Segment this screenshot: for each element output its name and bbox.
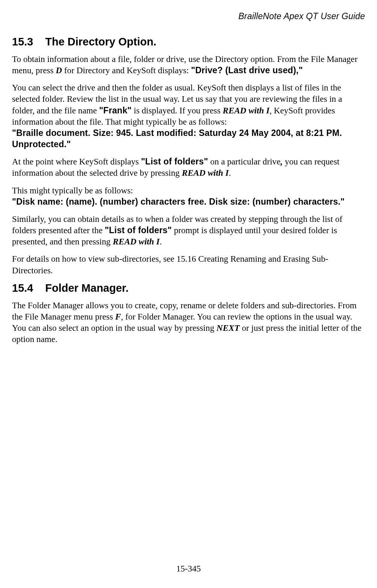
keysoft-output: "List of folders" (141, 157, 208, 166)
keysoft-output: "Drive? (Last drive used)," (191, 65, 303, 75)
para-15-3-5: Similarly, you can obtain details as to … (12, 213, 365, 247)
page: BrailleNote Apex QT User Guide 15.3The D… (0, 0, 377, 588)
page-number: 15-345 (0, 564, 377, 574)
heading-title: The Directory Option. (45, 36, 156, 48)
text: . (229, 168, 231, 178)
key-D: D (56, 65, 62, 75)
heading-title: Folder Manager. (45, 282, 128, 294)
keysoft-output: "List of folders" (105, 225, 172, 235)
heading-15-3: 15.3The Directory Option. (12, 36, 365, 48)
text: This might typically be as follows: (12, 185, 133, 195)
para-15-4-1: The Folder Manager allows you to create,… (12, 300, 365, 345)
para-15-3-1: To obtain information about a file, fold… (12, 53, 365, 76)
key-F: F (115, 312, 121, 321)
text: on a particular drive (208, 157, 281, 166)
para-15-3-4: This might typically be as follows: "Dis… (12, 185, 365, 207)
text: is displayed. If you press (132, 106, 223, 115)
para-15-3-2: You can select the drive and then the fo… (12, 82, 365, 150)
heading-number: 15.3 (12, 36, 33, 48)
keysoft-output-block: "Disk name: (name). (number) characters … (12, 197, 345, 207)
running-header: BrailleNote Apex QT User Guide (12, 11, 365, 21)
key-read-with-i: READ with I (113, 237, 160, 246)
text: At the point where KeySoft displays (12, 157, 141, 166)
keysoft-output-block: "Braille document. Size: 945. Last modif… (12, 128, 342, 149)
para-15-3-3: At the point where KeySoft displays "Lis… (12, 156, 365, 178)
key-read-with-i: READ with I (182, 168, 229, 178)
text: for Directory and KeySoft displays: (62, 65, 191, 75)
key-read-with-i: READ with I (222, 106, 269, 115)
text: . (160, 237, 162, 246)
keysoft-output: "Frank" (99, 106, 132, 115)
key-next: NEXT (216, 323, 240, 333)
text: For details on how to view sub-directori… (12, 254, 328, 275)
para-15-3-6: For details on how to view sub-directori… (12, 253, 365, 276)
heading-number: 15.4 (12, 282, 33, 294)
heading-15-4: 15.4Folder Manager. (12, 282, 365, 294)
